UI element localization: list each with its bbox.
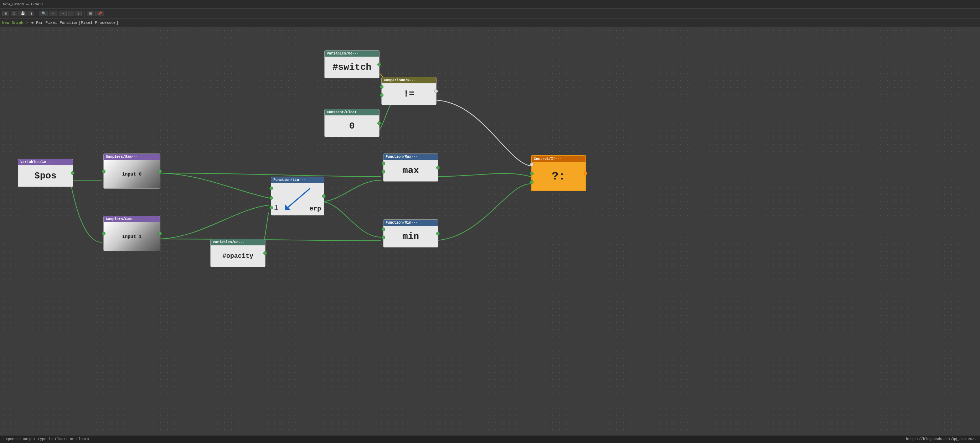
port-lerp-out[interactable] (322, 194, 326, 198)
node-sampler1-header: Samplers/Sam··· (104, 216, 160, 222)
node-switch-header: Variables/Ge··· (325, 51, 379, 57)
node-max-body: max (383, 160, 438, 181)
status-bar: Expected output type is Float1 or Float4… (0, 435, 980, 443)
node-variables-switch[interactable]: Variables/Ge··· #switch (324, 50, 380, 78)
port-comparison-in1[interactable] (380, 85, 383, 89)
node-const-header: Constant/Float (325, 110, 379, 115)
port-comparison-in2[interactable] (380, 93, 383, 97)
tb-pin[interactable]: 📌 (95, 11, 104, 16)
node-comparison-body: != (382, 83, 436, 105)
node-lerp-body: erp l (271, 183, 324, 215)
node-sampler-0[interactable]: Samplers/Sam··· input 0 (103, 154, 161, 189)
port-sampler0-out[interactable] (158, 170, 162, 173)
top-bar: New_Graph — GRAPH (0, 0, 980, 8)
port-if-in3[interactable] (530, 180, 533, 184)
node-variables-pos[interactable]: Variables/Ge··· $pos (18, 159, 73, 187)
breadcrumb-root[interactable]: New_Graph (2, 21, 23, 25)
node-lerp-header: Function/Lin··· (271, 177, 324, 183)
port-sampler1-out[interactable] (158, 232, 162, 235)
breadcrumb-child[interactable]: ⊕ Par Pixel Function[Pixel Processor] (31, 20, 118, 25)
tb-up[interactable]: ↑ (68, 11, 74, 16)
node-const-body: 0 (325, 115, 379, 137)
port-sampler0-in[interactable] (102, 170, 105, 173)
node-switch-body: #switch (325, 57, 379, 78)
tb-fit[interactable]: ⊞ (87, 11, 94, 16)
port-min-out[interactable] (436, 232, 440, 235)
status-right: https://blog.csdn.net/qq_39812022 (906, 437, 977, 441)
port-sampler1-in[interactable] (102, 232, 105, 235)
port-const-out[interactable] (377, 121, 381, 125)
lerp-graphic (283, 187, 312, 211)
tb-down[interactable]: ↓ (76, 11, 82, 16)
node-lerp[interactable]: Function/Lin··· erp l (271, 177, 324, 216)
node-control-if[interactable]: Control/If··· ?: (531, 155, 586, 191)
node-constant-float[interactable]: Constant/Float 0 (324, 109, 380, 137)
port-lerp-in2[interactable] (269, 196, 273, 200)
port-pos-out[interactable] (71, 171, 75, 175)
port-max-out[interactable] (436, 166, 440, 170)
node-vars-pos-body: $pos (18, 165, 73, 187)
port-max-in1[interactable] (382, 162, 385, 165)
port-if-in1[interactable] (530, 163, 533, 166)
port-lerp-in1[interactable] (269, 187, 273, 190)
tb-forward[interactable]: → (59, 11, 67, 16)
sep1 (37, 10, 37, 17)
port-lerp-in3[interactable] (269, 206, 273, 210)
tb-search[interactable]: 🔍 (40, 11, 48, 16)
sep2 (84, 10, 84, 17)
node-max[interactable]: Function/Max··· max (383, 154, 438, 182)
port-max-in2[interactable] (382, 170, 385, 173)
port-opacity-out[interactable] (263, 251, 267, 255)
node-min[interactable]: Function/Min··· min (383, 219, 438, 248)
node-max-header: Function/Max··· (383, 154, 438, 160)
node-opacity-body: #opacity (211, 245, 265, 267)
port-if-in2[interactable] (530, 171, 533, 175)
status-left: Expected output type is Float1 or Float4 (3, 437, 89, 441)
node-comparison-header: Comparison/N··· (382, 77, 436, 83)
tb-save[interactable]: 💾 (19, 11, 27, 16)
breadcrumb-sep1: > (26, 21, 29, 25)
port-min-in1[interactable] (382, 227, 385, 231)
port-if-out[interactable] (584, 171, 587, 175)
port-min-in2[interactable] (382, 236, 385, 239)
toolbar-2-breadcrumb: New_Graph > ⊕ Par Pixel Function[Pixel P… (0, 19, 980, 27)
node-sampler0-header: Samplers/Sam··· (104, 154, 160, 160)
toolbar-1: ⊕ □ 💾 ℹ 🔍 ← → ↑ ↓ ⊞ 📌 (0, 8, 980, 19)
node-min-body: min (383, 226, 438, 247)
port-comparison-out[interactable] (434, 89, 438, 93)
node-control-if-body: ?: (532, 162, 585, 191)
node-comparison[interactable]: Comparison/N··· != (381, 77, 436, 105)
node-control-if-header: Control/If··· (532, 156, 585, 162)
tb-back[interactable]: ← (49, 11, 57, 16)
node-sampler1-body: input 1 (104, 222, 160, 251)
node-variables-opacity[interactable]: Variables/Ge··· #opacity (210, 239, 266, 267)
node-opacity-header: Variables/Ge··· (211, 239, 265, 245)
node-vars-pos-header: Variables/Ge··· (18, 159, 73, 165)
tb-info[interactable]: ℹ (29, 11, 34, 16)
node-min-header: Function/Min··· (383, 220, 438, 226)
app-title: New_Graph — GRAPH (3, 2, 43, 6)
node-sampler-1[interactable]: Samplers/Sam··· input 1 (103, 216, 161, 251)
svg-line-0 (285, 188, 310, 210)
tb-open[interactable]: □ (11, 11, 17, 16)
node-sampler0-body: input 0 (104, 160, 160, 188)
canvas[interactable]: Variables/Ge··· $pos Samplers/Sam··· inp… (0, 27, 980, 443)
tb-new[interactable]: ⊕ (2, 11, 9, 16)
port-switch-out[interactable] (377, 63, 381, 66)
